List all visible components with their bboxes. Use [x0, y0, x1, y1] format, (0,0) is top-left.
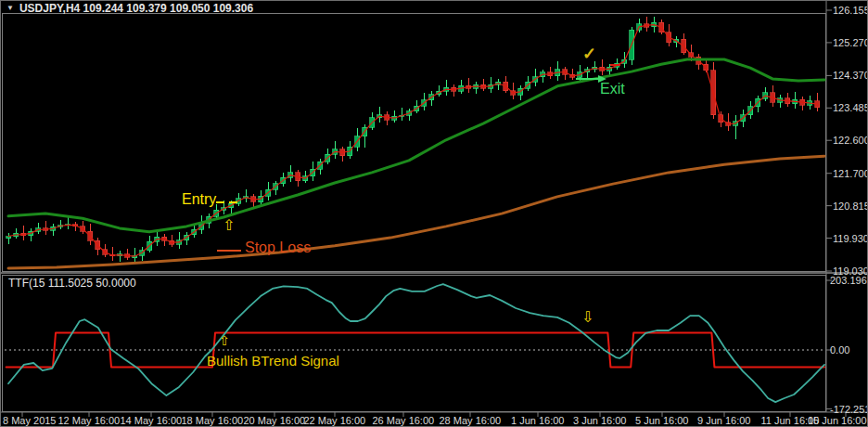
stop-loss-annotation: Stop Loss: [245, 239, 311, 256]
green-ma-line: [8, 59, 824, 232]
chart-window: ▼USDJPY,H4 109.244 109.379 109.050 109.3…: [0, 0, 868, 427]
main-chart-svg: [1, 1, 868, 427]
time-axis-label: 12 May 16:00: [58, 415, 121, 426]
symbol-quote-text: USDJPY,H4 109.244 109.379 109.050 109.30…: [19, 2, 253, 15]
time-axis-label: 18 May 16:00: [182, 415, 244, 426]
time-axis-label: 3 Jun 16:00: [573, 415, 627, 426]
time-axis-label: 14 May 16:00: [121, 415, 183, 426]
indicator-label: TTF(15 111.5025 50.0000: [8, 277, 136, 290]
indicator-axis-label: -172.2519: [830, 404, 868, 415]
time-axis-label: 28 May 16:00: [440, 415, 502, 426]
price-axis-label: 124.370: [833, 70, 868, 81]
time-axis-label: 5 Jun 16:00: [635, 415, 689, 426]
time-axis-label: 8 May 2015: [3, 415, 56, 426]
bullish-btrend-signal-label: Bullish BTrend Signal: [207, 353, 339, 369]
checkmark-icon: ✓: [582, 44, 596, 64]
indicator-axis-label: 203.1962: [830, 275, 868, 286]
orange-ma-line: [8, 156, 824, 268]
ttf-main-line: [8, 284, 824, 402]
time-axis-label: 20 May 16:00: [244, 415, 306, 426]
price-axis-label: 121.700: [833, 168, 868, 179]
time-axis-label: 22 May 16:00: [304, 415, 366, 426]
quote-bar: ▼USDJPY,H4 109.244 109.379 109.050 109.3…: [6, 2, 253, 15]
price-axis-label: 125.270: [833, 37, 868, 48]
price-axis-label: 123.485: [833, 102, 868, 113]
time-axis-label: 26 May 16:00: [373, 415, 435, 426]
price-axis-label: 126.155: [833, 5, 868, 16]
time-axis-label: 9 Jun 16:00: [697, 415, 751, 426]
time-axis-label: 1 Jun 16:00: [511, 415, 565, 426]
exit-annotation: Exit: [600, 81, 625, 97]
chevron-down-icon[interactable]: ▼: [6, 4, 14, 12]
indicator-axis-label: 0.00: [830, 344, 849, 356]
entry-annotation: Entry: [182, 191, 216, 208]
time-axis-label: 15 Jun 16:00: [808, 415, 867, 426]
price-axis-label: 119.930: [833, 233, 868, 244]
sub-panel-border: [3, 276, 826, 412]
price-axis-label: 120.815: [833, 201, 868, 212]
up-arrow-icon: ⇧: [223, 218, 235, 233]
down-arrow-icon: ⇩: [581, 310, 594, 325]
candles-group: [6, 17, 820, 263]
price-axis-label: 122.600: [833, 135, 868, 146]
up-arrow-icon: ⇧: [219, 334, 230, 347]
